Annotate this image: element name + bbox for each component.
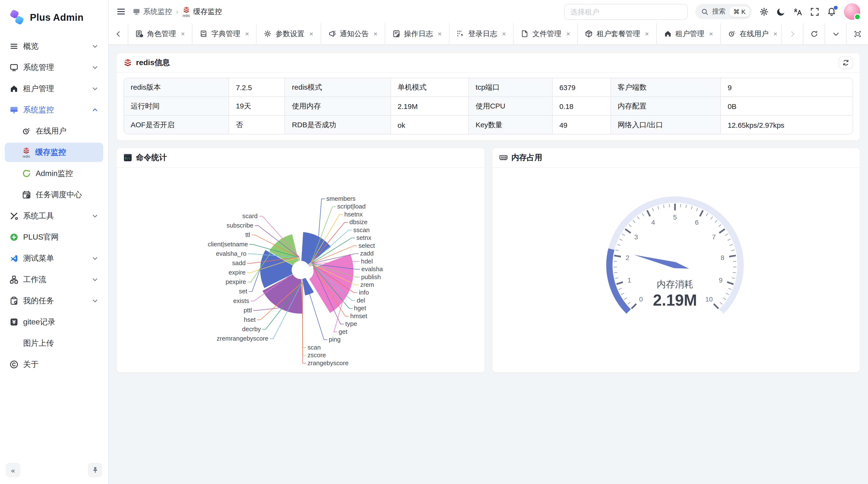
gauge-major-tick <box>719 229 724 233</box>
notifications-bell-icon[interactable] <box>827 7 836 16</box>
file-icon <box>521 30 528 38</box>
chevron-down-icon <box>92 276 98 283</box>
chevron-down-icon <box>832 30 839 37</box>
tab-文件管理[interactable]: 文件管理× <box>514 23 578 44</box>
rose-label-pttl: pttl <box>244 307 252 314</box>
sidebar-item-7[interactable]: 工作流 <box>5 270 103 289</box>
breadcrumb-item-0[interactable]: 系统监控 <box>133 7 172 16</box>
sidebar-item-5[interactable]: PLUS官网 <box>5 228 103 247</box>
sidebar: Plus Admin 概览系统管理租户管理系统监控在线用户redis缓存监控Ad… <box>0 0 108 484</box>
tab-通知公告[interactable]: 通知公告× <box>321 23 385 44</box>
gauge-major-tick <box>614 256 621 256</box>
gauge-minor-tick <box>621 293 624 295</box>
sidebar-item-label: 工作流 <box>23 275 46 285</box>
info-value: 0.18 <box>552 97 611 116</box>
tab-close-icon[interactable]: × <box>373 30 377 38</box>
sidebar-item-11[interactable]: 关于 <box>5 355 103 374</box>
gauge-minor-tick <box>706 213 708 216</box>
info-label: redis版本 <box>124 78 229 97</box>
rose-label-select: select <box>359 242 375 249</box>
tab-close-icon[interactable]: × <box>709 30 713 38</box>
rose-label-ttl: ttl <box>245 231 250 238</box>
rose-label-hset: hset <box>244 316 256 323</box>
sidebar-subitem-3-0[interactable]: 在线用户 <box>5 122 103 141</box>
tab-在线用户[interactable]: 在线用户× <box>721 23 781 44</box>
gauge-chart-svg: 012345678910内存消耗2.19M <box>492 168 860 372</box>
pin-sidebar-button[interactable] <box>88 463 102 477</box>
command-stats-card: C:\ 命令统计 smembersscript|loadhsetnxdbsize… <box>116 148 485 373</box>
info-value: 49 <box>552 116 611 134</box>
info-value: 12.65kps/2.97kps <box>721 116 852 134</box>
sidebar-item-8[interactable]: 我的任务 <box>5 291 103 311</box>
tab-登录日志[interactable]: 登录日志× <box>450 23 514 44</box>
refresh-page-button[interactable] <box>803 23 825 44</box>
rose-chart-svg: smembersscript|loadhsetnxdbsizesscansetn… <box>117 168 485 372</box>
sidebar-menu: 概览系统管理租户管理系统监控在线用户redis缓存监控Admin监控任务调度中心… <box>0 35 108 458</box>
dark-mode-moon-icon[interactable] <box>776 7 785 16</box>
command-stats-title: 命令统计 <box>136 153 167 163</box>
sidebar-item-10[interactable]: 图片上传 <box>5 333 103 353</box>
rose-label-evalsha_ro: evalsha_ro <box>216 250 246 257</box>
tab-租户管理[interactable]: 租户管理× <box>656 23 721 44</box>
sidebar-item-9[interactable]: ¥gitee记录 <box>5 312 103 332</box>
rose-label-zrem: zrem <box>360 281 374 288</box>
gauge-value: 2.19M <box>653 291 697 309</box>
gauge-major-tick <box>700 211 703 217</box>
gauge-major-tick <box>625 229 630 233</box>
sidebar-item-4[interactable]: 系统工具 <box>5 206 103 226</box>
brand[interactable]: Plus Admin <box>0 0 108 35</box>
rose-label-script|load: script|load <box>337 203 366 210</box>
gauge-tick-label: 5 <box>673 214 677 221</box>
pin-icon <box>91 466 99 474</box>
user-avatar[interactable] <box>844 3 860 20</box>
settings-gear-icon[interactable] <box>760 7 769 16</box>
sidebar-subitem-3-1[interactable]: redis缓存监控 <box>5 143 103 162</box>
tab-角色管理[interactable]: 角色管理× <box>128 23 192 44</box>
tabs-scroll-left-button[interactable] <box>108 23 128 44</box>
content-fullscreen-button[interactable] <box>846 23 868 44</box>
info-label: AOF是否开启 <box>124 116 229 134</box>
tabs-scroll-right-button[interactable] <box>781 23 803 44</box>
menu-toggle-icon[interactable] <box>116 7 126 17</box>
sidebar-item-6[interactable]: 测试菜单 <box>5 249 103 268</box>
tenant-select-input[interactable] <box>564 4 687 20</box>
breadcrumb-item-1[interactable]: redis缓存监控 <box>182 6 222 17</box>
tab-close-icon[interactable]: × <box>773 30 777 38</box>
global-search-button[interactable]: 搜索 ⌘ K <box>695 4 752 19</box>
info-value: 2.19M <box>391 97 468 116</box>
rose-hole <box>292 261 310 279</box>
sidebar-item-label: PLUS官网 <box>23 232 59 242</box>
gauge-minor-tick <box>618 288 621 289</box>
tab-actions-dropdown-button[interactable] <box>825 23 846 44</box>
language-translate-icon[interactable] <box>793 7 802 16</box>
tab-close-icon[interactable]: × <box>309 30 313 38</box>
app-root: Plus Admin 概览系统管理租户管理系统监控在线用户redis缓存监控Ad… <box>0 0 868 484</box>
memory-gauge-chart: 012345678910内存消耗2.19M <box>492 168 860 372</box>
sidebar-item-0[interactable]: 概览 <box>5 37 103 56</box>
tab-参数设置[interactable]: 参数设置× <box>257 23 321 44</box>
gauge-minor-tick <box>725 234 728 235</box>
tab-close-icon[interactable]: × <box>438 30 442 38</box>
sidebar-item-2[interactable]: 租户管理 <box>5 79 103 98</box>
tab-close-icon[interactable]: × <box>502 30 506 38</box>
sidebar-item-1[interactable]: 系统管理 <box>5 58 103 77</box>
info-label: 网络入口/出口 <box>611 116 721 134</box>
redis-refresh-button[interactable] <box>839 56 853 69</box>
gitee-icon: ¥ <box>10 318 18 326</box>
tab-操作日志[interactable]: 操作日志× <box>385 23 450 44</box>
sidebar-subitem-3-2[interactable]: Admin监控 <box>5 164 103 183</box>
rose-label-client|setname: client|setname <box>208 241 248 248</box>
tab-close-icon[interactable]: × <box>181 30 185 38</box>
sidebar-subitem-3-3[interactable]: 任务调度中心 <box>5 185 103 204</box>
tab-close-icon[interactable]: × <box>566 30 570 38</box>
tab-字典管理[interactable]: 字典管理× <box>192 23 256 44</box>
tab-close-icon[interactable]: × <box>245 30 249 38</box>
tab-close-icon[interactable]: × <box>645 30 649 38</box>
collapse-sidebar-button[interactable]: « <box>6 463 20 477</box>
fullscreen-icon[interactable] <box>810 7 819 16</box>
memory-usage-header: 内存占用 <box>492 148 860 168</box>
sidebar-item-3[interactable]: 系统监控 <box>5 100 103 120</box>
rose-label-subscribe: subscribe <box>227 222 253 229</box>
rose-label-zscore: zscore <box>307 352 326 358</box>
tab-租户套餐管理[interactable]: 租户套餐管理× <box>578 23 656 44</box>
